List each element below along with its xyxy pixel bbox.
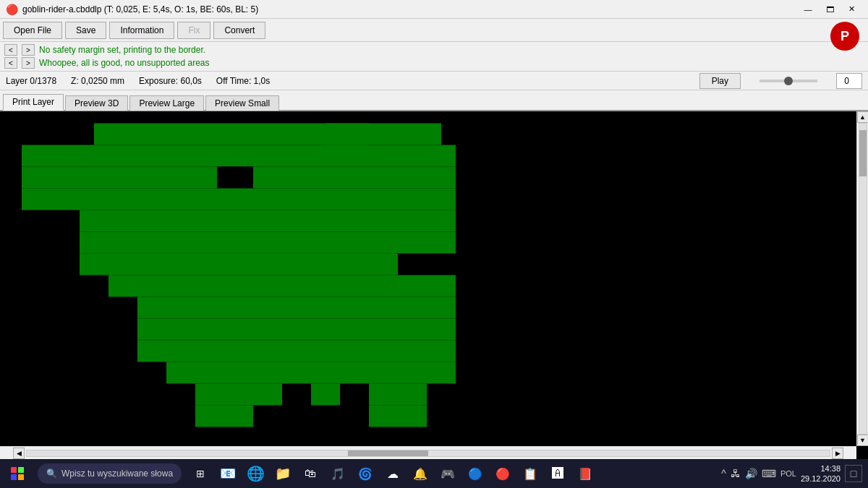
clock: 14:38 29.12.2020 xyxy=(801,463,841,484)
exposure-label: Exposure: 60,0s xyxy=(139,76,202,86)
app9[interactable]: 🔵 xyxy=(462,461,488,487)
browser2-app[interactable]: 🌀 xyxy=(352,461,378,487)
speed-value-input[interactable]: 0 xyxy=(836,73,862,89)
network-icon[interactable]: 🖧 xyxy=(731,468,741,479)
svg-rect-18 xyxy=(137,167,195,189)
speed-slider[interactable] xyxy=(760,80,817,82)
tabs-bar: Print Layer Preview 3D Preview Large Pre… xyxy=(0,90,868,111)
svg-rect-6 xyxy=(326,124,383,145)
taskview-app[interactable]: ⊞ xyxy=(187,461,213,487)
tab-print-layer[interactable]: Print Layer xyxy=(3,94,64,111)
fix-button[interactable]: Fix xyxy=(177,22,210,39)
hscroll-right-arrow[interactable]: ▶ xyxy=(832,448,843,459)
svg-rect-51 xyxy=(311,254,369,275)
svg-rect-35 xyxy=(195,210,253,232)
close-button[interactable]: ✕ xyxy=(841,1,862,17)
app11[interactable]: 📋 xyxy=(517,461,543,487)
nav-next-2[interactable]: > xyxy=(22,57,35,69)
keyboard-icon[interactable]: ⌨ xyxy=(762,468,776,479)
taskbar: 🔍 Wpisz tu wyszukiwane słowa ⊞ 📧 🌐 📁 🛍 🎵… xyxy=(0,459,868,488)
app6[interactable]: ☁ xyxy=(380,461,406,487)
maximize-button[interactable]: 🗖 xyxy=(819,1,841,17)
svg-rect-14 xyxy=(369,145,427,167)
svg-rect-24 xyxy=(427,167,456,189)
tab-preview-large[interactable]: Preview Large xyxy=(129,95,204,111)
open-file-button[interactable]: Open File xyxy=(3,22,62,39)
svg-rect-45 xyxy=(369,232,427,254)
hscroll-thumb[interactable] xyxy=(348,450,428,456)
language-label[interactable]: POL xyxy=(780,469,796,478)
logo-text: P xyxy=(841,29,849,44)
svg-rect-88 xyxy=(369,406,427,427)
tab-preview-3d[interactable]: Preview 3D xyxy=(65,95,128,111)
window-controls: — 🗖 ✕ xyxy=(797,1,862,17)
msg-row-1: < > No safety margin set, printing to th… xyxy=(4,43,864,56)
message-1: No safety margin set, printing to the bo… xyxy=(39,45,205,55)
search-icon: 🔍 xyxy=(46,468,57,479)
logo-circle: P xyxy=(830,22,859,51)
svg-rect-76 xyxy=(369,341,427,362)
convert-button[interactable]: Convert xyxy=(213,22,265,39)
mail-app[interactable]: 📧 xyxy=(215,461,241,487)
minimize-button[interactable]: — xyxy=(797,1,819,17)
taskbar-right: ^ 🖧 🔊 ⌨ POL 14:38 29.12.2020 □ xyxy=(721,463,868,484)
svg-rect-78 xyxy=(166,362,224,384)
svg-rect-34 xyxy=(137,210,195,232)
title-area: 🔴 goblin-rider-a.cbddlp (T: 0,025, E: 5,… xyxy=(6,4,258,15)
store-app[interactable]: 🛍 xyxy=(297,461,323,487)
information-button[interactable]: Information xyxy=(109,22,174,39)
svg-rect-22 xyxy=(311,167,369,189)
svg-rect-38 xyxy=(369,210,427,232)
svg-rect-77 xyxy=(427,341,456,362)
svg-rect-48 xyxy=(137,254,195,275)
taskbar-apps: ⊞ 📧 🌐 📁 🛍 🎵 🌀 ☁ 🔔 🎮 🔵 🔴 📋 🅰 📕 xyxy=(187,461,598,487)
vscroll-down-arrow[interactable]: ▼ xyxy=(857,435,869,446)
vscroll-thumb[interactable] xyxy=(859,130,867,176)
svg-rect-70 xyxy=(369,319,427,341)
taskbar-search[interactable]: 🔍 Wpisz tu wyszukiwane słowa xyxy=(38,463,182,484)
chrome-app[interactable]: 🌐 xyxy=(242,461,268,487)
play-button[interactable]: Play xyxy=(699,73,741,89)
app10[interactable]: 🔴 xyxy=(490,461,516,487)
svg-rect-16 xyxy=(22,167,80,189)
tab-preview-small[interactable]: Preview Small xyxy=(205,95,279,111)
hscroll-left-arrow[interactable]: ◀ xyxy=(13,448,25,459)
notification-button[interactable]: □ xyxy=(845,465,862,482)
svg-rect-46 xyxy=(427,232,456,254)
svg-rect-68 xyxy=(253,319,311,341)
media-app[interactable]: 🎵 xyxy=(325,461,351,487)
svg-rect-42 xyxy=(195,232,253,254)
toolbar: Open File Save Information Fix Convert P xyxy=(0,19,868,42)
start-button[interactable] xyxy=(0,459,35,488)
app8[interactable]: 🎮 xyxy=(435,461,461,487)
app12[interactable]: 🅰 xyxy=(545,461,571,487)
app13[interactable]: 📕 xyxy=(572,461,598,487)
messages-panel: < > No safety margin set, printing to th… xyxy=(0,42,868,72)
svg-rect-19 xyxy=(195,167,217,189)
svg-rect-83 xyxy=(195,384,253,406)
app7[interactable]: 🔔 xyxy=(407,461,433,487)
svg-rect-15 xyxy=(427,145,456,167)
svg-rect-59 xyxy=(427,275,456,297)
nav-prev-2[interactable]: < xyxy=(4,57,17,69)
title-bar: 🔴 goblin-rider-a.cbddlp (T: 0,025, E: 5,… xyxy=(0,0,868,19)
explorer-app[interactable]: 📁 xyxy=(270,461,296,487)
save-button[interactable]: Save xyxy=(65,22,106,39)
vscroll-up-arrow[interactable]: ▲ xyxy=(857,111,869,123)
svg-rect-2 xyxy=(152,124,210,145)
chevron-up-icon[interactable]: ^ xyxy=(721,468,726,479)
svg-rect-74 xyxy=(253,341,311,362)
nav-next-1[interactable]: > xyxy=(22,44,35,56)
app-window: 🔴 goblin-rider-a.cbddlp (T: 0,025, E: 5,… xyxy=(0,0,868,459)
svg-rect-43 xyxy=(253,232,311,254)
svg-rect-36 xyxy=(253,210,311,232)
svg-rect-50 xyxy=(253,254,311,275)
svg-rect-57 xyxy=(311,275,369,297)
svg-rect-11 xyxy=(195,145,253,167)
svg-rect-81 xyxy=(340,362,398,384)
svg-rect-30 xyxy=(311,189,369,210)
tab-print-layer-label: Print Layer xyxy=(12,97,54,107)
nav-prev-1[interactable]: < xyxy=(4,44,17,56)
svg-rect-28 xyxy=(195,189,253,210)
volume-icon[interactable]: 🔊 xyxy=(745,468,757,479)
